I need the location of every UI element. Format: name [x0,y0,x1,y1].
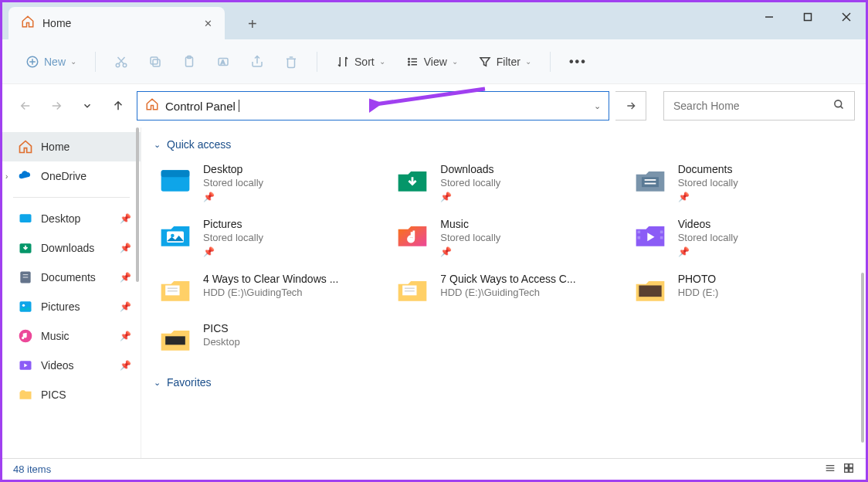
item-location: Stored locally [440,232,500,243]
sort-label: Sort [354,56,375,68]
more-button[interactable]: ••• [563,50,593,73]
svg-rect-26 [20,214,32,222]
quick-access-item[interactable]: 4 Ways to Clear Windows ... HDD (E:)\Gui… [154,270,375,310]
maximize-button[interactable] [788,2,827,32]
sidebar: Home › OneDrive Desktop 📌 Downloads 📌 Do… [2,127,141,458]
delete-button[interactable] [278,50,304,73]
content-scrollbar[interactable] [861,273,864,443]
filter-button[interactable]: Filter ⌄ [472,50,537,73]
copy-button[interactable] [142,50,168,73]
sidebar-item-onedrive[interactable]: › OneDrive [2,161,141,191]
quick-access-item[interactable]: PICS Desktop [154,319,375,359]
pin-icon: 📌 [440,246,500,257]
svg-rect-36 [161,170,190,177]
details-view-button[interactable] [824,462,836,477]
search-box[interactable] [663,91,855,120]
close-icon[interactable]: ✕ [204,18,212,29]
new-button[interactable]: New ⌄ [19,50,83,73]
music-big-icon [394,218,431,252]
paste-button[interactable] [176,50,202,73]
item-location: HDD (E:) [678,287,719,298]
tab-home[interactable]: Home ✕ [8,7,225,39]
go-button[interactable] [615,91,646,120]
share-button[interactable] [244,50,270,73]
sidebar-item-home[interactable]: Home [2,132,141,161]
sidebar-item-label: OneDrive [41,170,86,182]
svg-rect-45 [659,231,663,234]
quick-access-item[interactable]: Music Stored locally 📌 [391,215,612,260]
videos-icon [18,358,33,373]
sidebar-item-downloads[interactable]: Downloads 📌 [2,233,141,263]
view-button[interactable]: View ⌄ [399,50,464,73]
sidebar-item-label: PICS [41,389,66,401]
search-icon [833,99,845,114]
svg-point-24 [835,100,842,107]
sidebar-item-videos[interactable]: Videos 📌 [2,351,141,380]
item-name: Pictures [203,218,263,230]
minimize-button[interactable] [750,2,788,32]
chevron-down-icon[interactable]: ⌄ [594,101,601,111]
quick-access-item[interactable]: Videos Stored locally 📌 [629,215,850,260]
item-location: Stored locally [203,232,263,243]
pin-icon: 📌 [120,243,131,253]
item-location: Stored locally [678,177,738,188]
svg-point-19 [408,61,409,63]
downloads-icon [18,240,33,256]
svg-text:A: A [221,59,225,66]
chevron-right-icon: › [5,172,8,181]
item-count: 48 items [13,463,51,475]
forward-button[interactable] [44,93,69,118]
sidebar-item-label: Music [41,330,70,342]
pictures-big-icon [157,218,194,252]
sidebar-item-music[interactable]: Music 📌 [2,321,141,351]
pin-icon: 📌 [440,192,500,202]
sidebar-scrollbar[interactable] [136,127,139,282]
pin-icon: 📌 [678,192,738,202]
cut-button[interactable] [108,50,134,73]
sidebar-item-documents[interactable]: Documents 📌 [2,263,141,292]
svg-rect-11 [153,59,160,66]
sidebar-item-label: Pictures [41,300,80,313]
folder-pic-icon [157,322,194,356]
item-name: Desktop [203,163,263,175]
quick-access-item[interactable]: Desktop Stored locally 📌 [154,160,375,205]
recent-button[interactable] [75,93,100,118]
address-text: Control Panel [165,100,236,113]
content: ⌄ Quick access Desktop Stored locally 📌 … [141,127,866,458]
quick-access-item[interactable]: Downloads Stored locally 📌 [391,160,612,205]
favorites-header[interactable]: ⌄ Favorites [154,376,850,389]
quick-access-item[interactable]: Pictures Stored locally 📌 [154,215,375,260]
quick-access-item[interactable]: Documents Stored locally 📌 [629,160,850,205]
back-button[interactable] [13,93,38,118]
rename-button[interactable]: A [210,50,236,73]
new-tab-button[interactable]: + [240,8,265,39]
quick-access-header[interactable]: ⌄ Quick access [154,138,850,151]
quick-access-item[interactable]: PHOTO HDD (E:) [629,270,850,310]
home-icon [145,97,159,114]
svg-rect-54 [165,336,185,345]
up-button[interactable] [106,93,131,118]
address-bar[interactable]: Control Panel ⌄ [137,91,609,120]
svg-rect-61 [849,469,853,473]
sidebar-item-pics[interactable]: PICS [2,380,141,409]
pin-icon: 📌 [120,301,131,312]
svg-rect-46 [659,236,663,239]
sidebar-item-label: Home [41,141,70,153]
svg-line-25 [840,106,843,108]
desktop-big-icon [157,163,194,197]
svg-rect-53 [639,286,661,297]
svg-rect-44 [637,236,640,239]
folder-icon [18,387,33,402]
sidebar-item-pictures[interactable]: Pictures 📌 [2,292,141,321]
close-window-button[interactable] [827,2,866,32]
svg-point-42 [409,237,413,242]
chevron-down-icon: ⌄ [452,57,458,66]
thumbnails-view-button[interactable] [843,462,855,477]
sidebar-item-desktop[interactable]: Desktop 📌 [2,204,141,233]
quick-access-item[interactable]: 7 Quick Ways to Access C... HDD (E:)\Gui… [391,270,612,310]
home-icon [18,139,33,154]
chevron-down-icon: ⌄ [525,57,531,66]
search-input[interactable] [673,100,833,112]
svg-point-7 [116,63,120,67]
sort-button[interactable]: Sort ⌄ [330,50,392,73]
